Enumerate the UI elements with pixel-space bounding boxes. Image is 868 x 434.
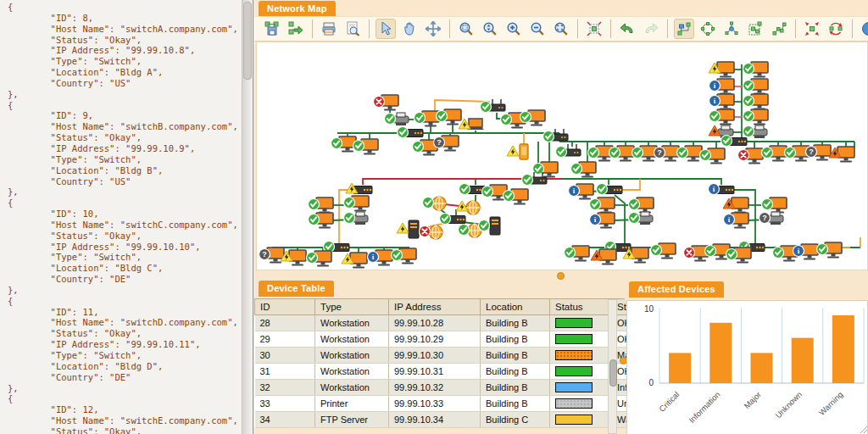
device-node-ws-ok[interactable]: [307, 251, 332, 267]
undo-icon[interactable]: [617, 19, 637, 39]
table-row[interactable]: 29Workstation99.99.10.29Building BOK: [255, 331, 684, 348]
circular-layout-icon[interactable]: [698, 19, 718, 39]
device-node-ws-unk[interactable]: ?: [806, 145, 832, 161]
zoom-fit-icon[interactable]: [551, 19, 571, 39]
device-table-scroll-thumb[interactable]: [609, 359, 617, 387]
device-node-ws-ok[interactable]: [609, 146, 635, 162]
select-tool-icon[interactable]: [376, 19, 396, 39]
device-node-pr-ok[interactable]: [743, 125, 768, 138]
overview-icon[interactable]: [584, 19, 604, 39]
device-node-sw-warn[interactable]: [346, 183, 372, 194]
table-row[interactable]: 34FTP Server99.99.10.34Building CWarning: [255, 412, 684, 428]
redo-icon[interactable]: [641, 19, 661, 39]
device-node-lp-warn[interactable]: [459, 119, 484, 130]
device-node-ws-unk[interactable]: ?: [259, 248, 285, 264]
device-node-ws-err[interactable]: [684, 246, 709, 262]
table-row[interactable]: 28Workstation99.99.10.28Building BOK: [255, 315, 684, 331]
device-node-ws-ok[interactable]: [817, 242, 843, 259]
expand-layout-icon[interactable]: [802, 19, 822, 39]
device-node-sw-ok[interactable]: [398, 127, 424, 138]
tab-network-map[interactable]: Network Map: [259, 1, 336, 17]
device-node-ws-warn[interactable]: [709, 62, 734, 78]
device-node-ws-crit[interactable]: [723, 198, 748, 214]
device-node-sw-ok[interactable]: [721, 136, 748, 147]
symmetric-layout-icon[interactable]: [721, 19, 742, 39]
column-header-status[interactable]: Status: [550, 299, 612, 315]
device-node-ws-ok[interactable]: [709, 109, 735, 125]
left-panel-scrollbar[interactable]: [242, 0, 252, 434]
device-node-ws-ok[interactable]: [629, 198, 654, 214]
device-node-ws-ok[interactable]: [533, 162, 559, 178]
save-map-icon[interactable]: [262, 19, 282, 39]
device-node-pr-unk[interactable]: ?: [760, 212, 784, 225]
device-node-ws-err[interactable]: [738, 148, 764, 164]
device-node-ws-ok[interactable]: [762, 198, 787, 214]
device-node-rt-ok[interactable]: [543, 129, 569, 142]
device-node-sw-ok[interactable]: [597, 184, 623, 195]
device-node-rt-ok[interactable]: [556, 144, 581, 158]
device-node-ws-ok[interactable]: [590, 198, 615, 214]
table-row[interactable]: 33Printer99.99.10.33Building BUnknown: [255, 396, 684, 412]
group-layout-icon[interactable]: [745, 19, 765, 39]
tab-device-table[interactable]: Device Table: [259, 281, 334, 297]
network-map-canvas[interactable]: ii????iiiii?i: [256, 42, 868, 270]
device-node-ws-info[interactable]: i: [709, 79, 735, 95]
rotate-layout-icon[interactable]: [826, 19, 846, 39]
device-node-ws-info[interactable]: i: [569, 184, 594, 200]
device-node-ws-crit[interactable]: [591, 249, 616, 265]
device-node-ws-ok[interactable]: [353, 139, 379, 155]
device-node-ws-ok[interactable]: [437, 109, 462, 125]
device-node-rt-ok[interactable]: [522, 172, 548, 186]
move-tool-icon[interactable]: [423, 19, 443, 39]
print-preview-icon[interactable]: [342, 19, 363, 39]
column-header-ip-address[interactable]: IP Address: [389, 299, 481, 315]
device-node-ws-ok[interactable]: [743, 62, 769, 78]
bar-unknown[interactable]: [792, 338, 814, 383]
incremental-layout-icon[interactable]: [769, 19, 789, 39]
device-node-ws-ok[interactable]: [344, 196, 370, 212]
interactive-zoom-icon[interactable]: [480, 19, 500, 39]
device-node-ws-ok[interactable]: [651, 243, 676, 259]
device-node-ws-ok[interactable]: [743, 79, 769, 95]
device-node-sw-ok[interactable]: [459, 184, 486, 195]
hierarchical-layout-icon[interactable]: [674, 19, 694, 39]
print-icon[interactable]: [319, 19, 339, 39]
table-row[interactable]: 32Workstation99.99.10.32Building BInform…: [255, 380, 684, 396]
bar-information[interactable]: [709, 323, 732, 383]
device-node-pr-ok[interactable]: [344, 212, 369, 225]
left-panel-scroll-thumb[interactable]: [243, 2, 252, 80]
device-node-ws-info[interactable]: i: [724, 213, 749, 229]
device-node-sw-info[interactable]: i: [709, 184, 735, 195]
device-node-ws-ok[interactable]: [504, 189, 529, 205]
device-node-ws-ok[interactable]: [762, 146, 787, 162]
device-node-ws-err[interactable]: [374, 95, 399, 111]
device-node-ws-ok[interactable]: [700, 148, 726, 164]
zoom-in-icon[interactable]: [504, 19, 524, 39]
device-node-pr-ok[interactable]: [629, 212, 654, 225]
device-node-gl-ok[interactable]: [459, 224, 482, 237]
device-node-ws-ok[interactable]: [632, 146, 658, 162]
resize-grip-icon[interactable]: [859, 425, 867, 433]
device-node-ws-warn[interactable]: [342, 253, 367, 269]
device-node-ws-ok[interactable]: [565, 246, 590, 262]
bar-warning[interactable]: [832, 315, 854, 383]
marquee-zoom-icon[interactable]: [456, 19, 476, 39]
device-node-ws-ok[interactable]: [331, 136, 357, 153]
zoom-out-icon[interactable]: [527, 19, 548, 39]
device-node-ph-warn[interactable]: [507, 144, 528, 159]
device-node-gl-ok[interactable]: [423, 197, 447, 210]
tab-affected-devices[interactable]: Affected Devices: [629, 281, 724, 298]
column-header-id[interactable]: ID: [255, 299, 315, 315]
device-node-pr-ok[interactable]: [385, 113, 409, 125]
info-icon[interactable]: i: [859, 19, 868, 39]
device-node-gl-warn[interactable]: [456, 201, 480, 214]
device-node-ws-info[interactable]: i: [709, 94, 735, 110]
device-node-ws-info[interactable]: i: [368, 250, 393, 266]
bar-major[interactable]: [751, 353, 773, 383]
device-node-ws-ok[interactable]: [392, 248, 417, 264]
device-node-sw-ok[interactable]: [440, 214, 466, 225]
device-table-scrollbar[interactable]: [608, 299, 617, 434]
export-map-icon[interactable]: [286, 19, 306, 39]
table-row[interactable]: 31Workstation99.99.10.31Building BOK: [255, 364, 684, 380]
device-node-ws-info[interactable]: i: [590, 213, 615, 229]
